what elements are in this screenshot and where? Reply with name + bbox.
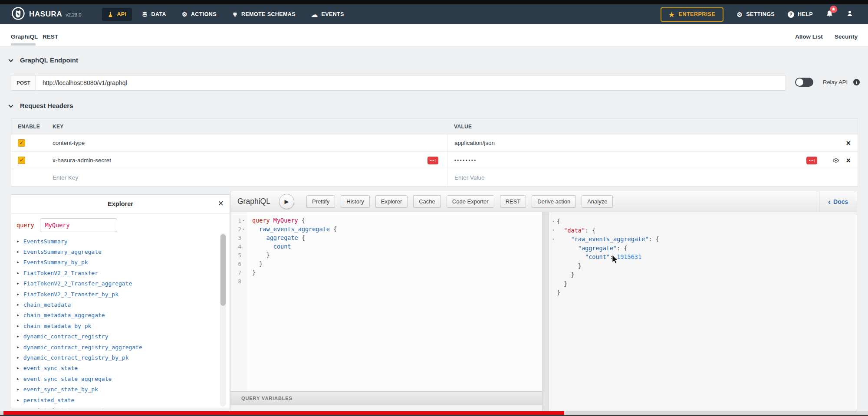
enable-checkbox[interactable]: ✓ [18,139,25,147]
panel-resize-handle[interactable] [542,212,549,411]
query-code-line[interactable]: count [252,242,542,251]
chevron-down-icon [8,56,13,64]
explorer-field-persisted_state_aggregate[interactable]: ▶persisted_state_aggregate [17,405,230,409]
enable-checkbox[interactable]: ✓ [18,157,25,164]
fold-caret-icon[interactable]: ▾ [550,228,557,232]
admin-secret-badge[interactable]: •••| [806,157,817,164]
toolbar-button-history[interactable]: History [341,195,369,208]
query-code-line[interactable]: } [252,251,542,259]
query-code-line[interactable] [252,277,542,285]
field-label: event_sync_state_aggregate [23,376,112,382]
explorer-field-dynamic_contract_registry_by_pk[interactable]: ▶dynamic_contract_registry_by_pk [17,352,230,363]
explorer-field-dynamic_contract_registry_aggregate[interactable]: ▶dynamic_contract_registry_aggregate [17,342,230,352]
header-row: ✓x-hasura-admin-secret•••|•••••••••••|× [11,151,858,169]
explorer-scrollbar-thumb[interactable] [220,234,226,306]
toolbar-button-prettify[interactable]: Prettify [306,195,335,208]
query-editor[interactable]: 1▾2▾345678 query MyQuery { raw_events_ag… [230,212,542,391]
info-icon[interactable]: i [853,79,860,85]
query-variables-bar[interactable]: QUERY VARIABLES [230,391,542,405]
close-icon[interactable]: × [218,198,224,209]
tab-graphiql[interactable]: GraphiQL [11,33,38,40]
execute-query-button[interactable]: ▶ [279,194,294,209]
enterprise-button[interactable]: ★ ENTERPRISE [661,7,724,22]
query-code-line[interactable]: } [252,268,542,277]
line-number: 2▾ [230,225,247,233]
toolbar-button-rest[interactable]: REST [500,195,526,208]
toolbar-button-derive-action[interactable]: Derive action [532,195,576,208]
explorer-field-persisted_state[interactable]: ▶persisted_state [17,395,230,405]
explorer-field-FiatTokenV2_2_Transfer_by_pk[interactable]: ▶FiatTokenV2_2_Transfer_by_pk [17,289,230,299]
toolbar-button-cache[interactable]: Cache [413,195,441,208]
triangle-right-icon: ▶ [17,239,19,243]
query-name-input[interactable]: MyQuery [40,218,117,232]
query-code[interactable]: query MyQuery { raw_events_aggregate { a… [247,212,542,391]
request-headers-section-header[interactable]: Request Headers [8,102,73,109]
fold-caret-icon[interactable]: ▾ [550,237,557,241]
cloud-icon: ☁ [311,11,318,18]
nav-item-api[interactable]: API [102,8,132,21]
header-key-input[interactable]: x-hasura-admin-secret [53,157,111,164]
query-code-line[interactable]: query MyQuery { [252,216,542,225]
nav-item-remote-schemas[interactable]: REMOTE SCHEMAS [227,8,301,21]
tab-rest[interactable]: REST [43,33,58,40]
field-label: persisted_state_aggregate [23,407,108,409]
explorer-field-FiatTokenV2_2_Transfer_aggregate[interactable]: ▶FiatTokenV2_2_Transfer_aggregate [17,278,230,289]
admin-secret-badge[interactable]: •••| [427,157,438,164]
docs-button[interactable]: ‹ Docs [819,191,857,212]
header-key-input[interactable]: content-type [53,140,85,146]
settings-button[interactable]: ⚙ SETTINGS [736,11,775,18]
explorer-field-EventsSummary_aggregate[interactable]: ▶EventsSummary_aggregate [17,246,230,257]
explorer-field-event_sync_state[interactable]: ▶event_sync_state [17,363,230,373]
query-code-line[interactable]: } [252,259,542,268]
header-row: ✓content-typeapplication/json× [11,134,858,151]
explorer-field-dynamic_contract_registry[interactable]: ▶dynamic_contract_registry [17,331,230,342]
new-key-input[interactable]: Enter Key [53,174,78,181]
explorer-field-chain_metadata[interactable]: ▶chain_metadata [17,299,230,310]
explorer-field-chain_metadata_aggregate[interactable]: ▶chain_metadata_aggregate [17,310,230,321]
header-value-input[interactable]: application/json [454,140,495,146]
response-json-line: } [550,270,857,279]
explorer-field-event_sync_state_by_pk[interactable]: ▶event_sync_state_by_pk [17,384,230,394]
remove-header-icon[interactable]: × [846,157,851,164]
tab-allow-list[interactable]: Allow List [795,33,823,40]
remove-header-icon[interactable]: × [846,139,851,147]
explorer-field-EventsSummary_by_pk[interactable]: ▶EventsSummary_by_pk [17,257,230,268]
toolbar-button-code-exporter[interactable]: Code Exporter [447,195,494,208]
toolbar-button-analyze[interactable]: Analyze [582,195,613,208]
query-code-line[interactable]: aggregate { [252,233,542,242]
explorer-field-chain_metadata_by_pk[interactable]: ▶chain_metadata_by_pk [17,321,230,331]
settings-label: SETTINGS [746,11,775,17]
enterprise-label: ENTERPRISE [679,11,716,17]
line-number: 4 [230,242,247,251]
relay-api-toggle[interactable] [795,78,813,87]
hasura-brand[interactable]: HASURA v2.23.0 [0,7,81,22]
user-menu-button[interactable] [846,10,853,19]
nav-item-events[interactable]: ☁EVENTS [306,8,350,21]
eye-icon[interactable] [832,157,839,164]
notifications-button[interactable] [826,10,833,19]
help-button[interactable]: ? HELP [788,11,813,18]
video-progress-bar[interactable] [3,411,564,415]
toolbar-button-explorer[interactable]: Explorer [375,195,408,208]
header-value-input[interactable]: •••••••• [454,158,477,163]
triangle-right-icon: ▶ [17,345,19,349]
triangle-right-icon: ▶ [17,409,19,409]
field-label: event_sync_state [23,365,78,371]
nav-item-actions[interactable]: ⚙ACTIONS [176,8,222,21]
hasura-logo-icon [11,7,25,22]
fold-caret-icon[interactable]: ▾ [241,219,246,223]
endpoint-url-input[interactable]: http://localhost:8080/v1/graphql [36,75,786,91]
explorer-field-FiatTokenV2_2_Transfer[interactable]: ▶FiatTokenV2_2_Transfer [17,268,230,278]
fold-caret-icon[interactable]: ▾ [241,227,246,231]
query-variables-area[interactable] [230,405,542,411]
graphiql-panel: GraphiQL ▶ PrettifyHistoryExplorerCacheC… [230,191,857,411]
tab-security[interactable]: Security [835,33,858,40]
fold-caret-icon[interactable]: ▾ [550,219,557,223]
new-header-row: Enter KeyEnter Value [11,169,858,186]
nav-item-data[interactable]: DATA [136,8,171,21]
query-code-line[interactable]: raw_events_aggregate { [252,225,542,233]
explorer-field-EventsSummary[interactable]: ▶EventsSummary [17,236,230,246]
explorer-field-event_sync_state_aggregate[interactable]: ▶event_sync_state_aggregate [17,373,230,384]
new-value-input[interactable]: Enter Value [454,174,485,181]
graphql-endpoint-section-header[interactable]: GraphQL Endpoint [8,56,78,64]
